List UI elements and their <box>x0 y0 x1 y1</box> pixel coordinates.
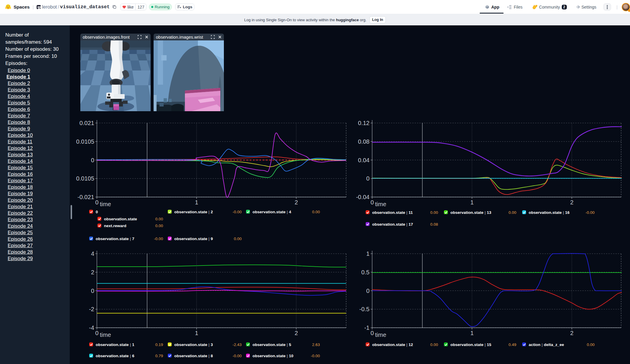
svg-text:0: 0 <box>91 288 94 294</box>
svg-text:-4: -4 <box>89 324 94 331</box>
svg-text:0: 0 <box>95 199 98 206</box>
svg-text:1: 1 <box>195 199 198 206</box>
svg-text:-0.021: -0.021 <box>77 194 94 200</box>
svg-text:-0.5: -0.5 <box>359 306 369 312</box>
svg-text:0.5: 0.5 <box>361 269 369 276</box>
svg-text:0: 0 <box>95 330 98 336</box>
svg-text:0: 0 <box>91 157 94 163</box>
svg-text:1: 1 <box>470 330 473 336</box>
svg-text:1: 1 <box>470 199 473 206</box>
svg-text:0.021: 0.021 <box>79 120 94 126</box>
svg-text:0: 0 <box>366 288 369 294</box>
svg-text:2: 2 <box>294 199 298 206</box>
svg-text:-1: -1 <box>364 324 369 331</box>
svg-text:4: 4 <box>91 250 94 257</box>
svg-text:-0.04: -0.04 <box>356 194 369 200</box>
svg-text:1: 1 <box>366 250 369 257</box>
svg-text:time: time <box>100 201 111 207</box>
svg-text:0.08: 0.08 <box>358 138 369 145</box>
svg-text:0: 0 <box>370 199 374 206</box>
svg-text:2: 2 <box>294 330 298 336</box>
svg-text:0.12: 0.12 <box>358 120 369 126</box>
svg-text:0.0105: 0.0105 <box>76 138 94 145</box>
svg-text:0: 0 <box>366 175 369 182</box>
svg-text:2: 2 <box>570 330 573 336</box>
svg-text:0.0105: 0.0105 <box>76 175 94 182</box>
svg-text:0.04: 0.04 <box>358 157 369 163</box>
svg-text:time: time <box>375 201 386 207</box>
svg-text:2: 2 <box>91 269 94 276</box>
svg-text:-2: -2 <box>89 306 94 312</box>
svg-text:2: 2 <box>570 199 573 206</box>
svg-text:time: time <box>375 332 386 338</box>
svg-text:1: 1 <box>195 330 198 336</box>
svg-text:time: time <box>100 332 111 338</box>
svg-text:0: 0 <box>370 330 374 336</box>
